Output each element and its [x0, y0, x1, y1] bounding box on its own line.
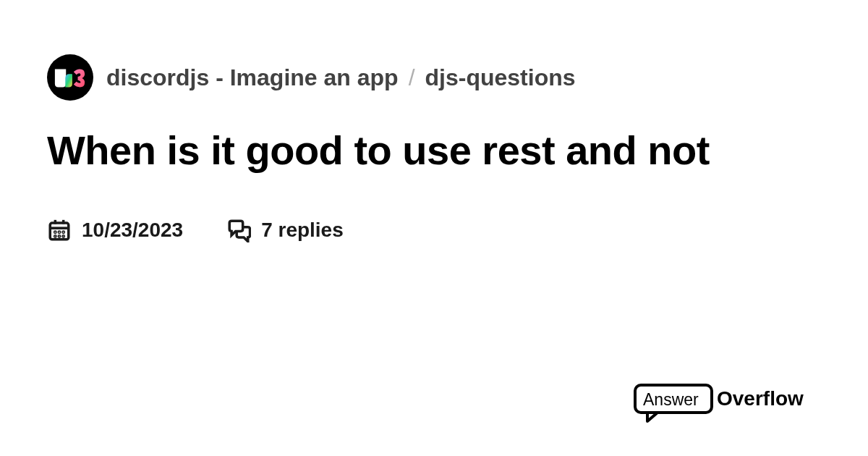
brand-word-1: Answer [643, 390, 699, 409]
brand-logo: Answer Overflow [633, 379, 821, 427]
post-date: 10/23/2023 [47, 218, 183, 242]
svg-point-7 [55, 235, 56, 236]
breadcrumb-separator: / [409, 64, 415, 91]
post-title: When is it good to use rest and not [47, 128, 821, 173]
brand-word-2: Overflow [717, 387, 804, 410]
post-replies: 7 replies [226, 218, 344, 242]
svg-point-6 [63, 232, 64, 232]
post-meta: 10/23/2023 7 replies [47, 218, 821, 242]
server-avatar [47, 54, 93, 101]
svg-point-8 [59, 235, 59, 236]
svg-point-9 [63, 235, 64, 236]
channel-name: djs-questions [425, 64, 576, 91]
breadcrumb-text: discordjs - Imagine an app / djs-questio… [106, 64, 576, 91]
date-text: 10/23/2023 [82, 219, 183, 242]
replies-text: 7 replies [261, 219, 344, 242]
svg-point-5 [59, 232, 59, 232]
server-name: discordjs - Imagine an app [106, 64, 399, 91]
breadcrumb: discordjs - Imagine an app / djs-questio… [47, 54, 821, 101]
calendar-icon [47, 218, 72, 242]
svg-point-4 [55, 232, 56, 232]
replies-icon [226, 218, 251, 242]
